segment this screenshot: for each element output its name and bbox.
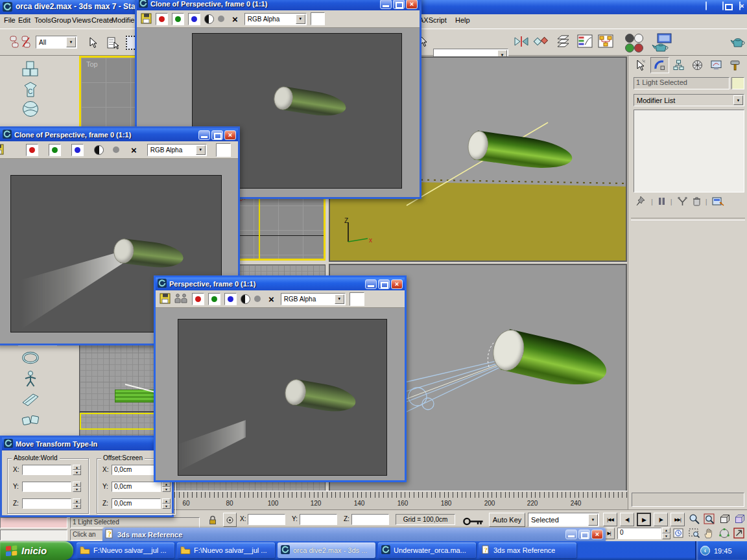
reactor-softbody-icon[interactable] bbox=[21, 100, 40, 118]
close-button[interactable]: × bbox=[739, 1, 741, 10]
menu-file[interactable]: File bbox=[4, 16, 16, 24]
go-to-start-button[interactable]: |◀◀ bbox=[603, 513, 617, 526]
green-channel-button[interactable] bbox=[172, 13, 184, 25]
chevron-down-icon[interactable]: ▼ bbox=[66, 37, 76, 47]
abs-y-spinner[interactable]: ▲▼ bbox=[73, 482, 81, 492]
coord-x-field[interactable] bbox=[248, 514, 285, 525]
taskbar-button-underwater[interactable]: Underwater_orca.ma... bbox=[378, 542, 476, 558]
reactor-rigidbody-icon[interactable] bbox=[21, 60, 40, 78]
clear-button[interactable]: × bbox=[232, 14, 238, 25]
minimize-button[interactable] bbox=[565, 530, 577, 539]
render-window-perspective[interactable]: Perspective, frame 0 (1:1) × × RGB Alpha… bbox=[154, 275, 407, 482]
green-channel-button[interactable] bbox=[208, 293, 220, 305]
maxscript-listener-white[interactable] bbox=[0, 530, 67, 541]
chevron-down-icon[interactable]: ▼ bbox=[733, 95, 743, 105]
abs-x-field[interactable] bbox=[22, 465, 71, 475]
zoom-extents-all-icon[interactable] bbox=[733, 513, 745, 525]
clone-color-swatch[interactable] bbox=[216, 143, 231, 157]
modifier-list-dropdown[interactable]: Modifier List ▼ bbox=[634, 94, 744, 106]
tab-display[interactable] bbox=[707, 57, 726, 73]
alpha-channel-button[interactable] bbox=[113, 146, 119, 153]
render-setup-button[interactable] bbox=[651, 33, 672, 52]
save-icon[interactable] bbox=[141, 13, 152, 25]
menu-tools[interactable]: Tools bbox=[34, 16, 51, 24]
maximize-button[interactable] bbox=[211, 130, 223, 140]
coord-z-field[interactable] bbox=[351, 514, 389, 525]
abs-z-spinner[interactable]: ▲▼ bbox=[73, 498, 81, 509]
show-end-result-icon[interactable] bbox=[658, 196, 666, 207]
select-link-icon[interactable] bbox=[9, 35, 19, 49]
reactor-plank-icon[interactable] bbox=[21, 390, 40, 408]
off-z-spinner[interactable]: ▲▼ bbox=[162, 498, 171, 509]
zoom-icon[interactable] bbox=[689, 513, 700, 525]
window-titlebar[interactable]: Clone of Perspective, frame 0 (1:1) × bbox=[0, 128, 238, 141]
frame-spinner[interactable]: ▲▼ bbox=[662, 528, 670, 539]
curve-editor-button[interactable] bbox=[577, 34, 593, 48]
green-channel-button[interactable] bbox=[49, 144, 61, 156]
chevron-down-icon[interactable]: ▼ bbox=[296, 14, 305, 24]
menu-maxscript[interactable]: AXScript bbox=[419, 16, 447, 24]
light-color-swatch[interactable] bbox=[731, 77, 744, 89]
tab-create[interactable] bbox=[632, 57, 650, 73]
dialog-titlebar[interactable]: Move Transform Type-In bbox=[2, 438, 172, 450]
red-channel-button[interactable] bbox=[192, 293, 204, 305]
tab-utilities[interactable] bbox=[726, 57, 744, 73]
previous-frame-button[interactable]: ◀|| bbox=[620, 513, 634, 526]
minimize-button[interactable] bbox=[380, 0, 392, 9]
region-zoom-icon[interactable] bbox=[689, 528, 700, 539]
close-button[interactable]: × bbox=[406, 0, 418, 9]
channel-dropdown[interactable]: RGB Alpha ▼ bbox=[147, 144, 207, 156]
monochrome-button[interactable] bbox=[241, 294, 250, 304]
off-y-spinner[interactable]: ▲▼ bbox=[162, 482, 171, 492]
start-button[interactable]: Inicio bbox=[0, 541, 73, 560]
menu-help[interactable]: Help bbox=[455, 16, 470, 24]
taskbar-button-folder-1[interactable]: F:\Nuevo salvar__jul ... bbox=[77, 542, 174, 558]
render-canvas[interactable] bbox=[178, 319, 387, 476]
restore-button[interactable] bbox=[578, 530, 590, 539]
selection-lock-button[interactable] bbox=[206, 513, 219, 527]
unlink-icon[interactable] bbox=[21, 35, 31, 49]
taskbar-button-reference[interactable]: ? 3ds max Reference bbox=[479, 542, 576, 558]
quick-render-button[interactable] bbox=[730, 34, 747, 50]
align-button[interactable] bbox=[533, 36, 550, 47]
channel-dropdown[interactable]: RGB Alpha ▼ bbox=[244, 13, 307, 25]
save-icon[interactable] bbox=[0, 144, 4, 156]
key-filter-dropdown[interactable]: Selected ▼ bbox=[528, 513, 599, 527]
reactor-cloth-icon[interactable]: C bbox=[21, 80, 40, 99]
pin-stack-icon[interactable] bbox=[635, 196, 646, 207]
off-y-field[interactable]: 0,0cm bbox=[112, 482, 161, 492]
play-button[interactable]: ▶ bbox=[637, 513, 651, 526]
monochrome-button[interactable] bbox=[204, 14, 214, 24]
chevron-down-icon[interactable]: ▼ bbox=[335, 294, 344, 304]
layers-button[interactable] bbox=[555, 35, 572, 48]
red-channel-button[interactable] bbox=[26, 144, 38, 156]
pan-hand-icon[interactable] bbox=[704, 528, 715, 539]
maximize-button[interactable] bbox=[393, 0, 405, 9]
zoom-extents-icon[interactable] bbox=[718, 513, 730, 525]
clock[interactable]: 19:45 bbox=[714, 547, 732, 555]
reactor-humanoid-icon[interactable] bbox=[21, 369, 40, 388]
go-to-end-button[interactable]: ▶▶| bbox=[670, 513, 685, 526]
material-editor-button[interactable] bbox=[622, 32, 645, 53]
abs-y-field[interactable] bbox=[22, 482, 71, 492]
alpha-channel-button[interactable] bbox=[218, 16, 224, 22]
clone-color-swatch[interactable] bbox=[350, 292, 364, 306]
tab-motion[interactable] bbox=[688, 57, 707, 73]
close-button[interactable]: × bbox=[224, 130, 236, 140]
arc-rotate-icon[interactable] bbox=[718, 528, 730, 539]
select-object-button[interactable] bbox=[85, 34, 101, 52]
selection-filter-dropdown[interactable]: All▼ bbox=[36, 36, 77, 49]
minimize-button[interactable] bbox=[706, 1, 707, 10]
monochrome-button[interactable] bbox=[94, 145, 104, 155]
off-z-field[interactable]: 0,0cm bbox=[112, 498, 161, 509]
current-frame-field[interactable]: 0 bbox=[617, 528, 661, 539]
tab-modify[interactable] bbox=[650, 57, 669, 73]
maxscript-listener-pink[interactable] bbox=[0, 517, 67, 528]
abs-z-field[interactable] bbox=[22, 498, 71, 509]
channel-dropdown[interactable]: RGB Alpha ▼ bbox=[281, 293, 346, 305]
move-transform-type-in-dialog[interactable]: Move Transform Type-In Absolute:World X:… bbox=[0, 436, 174, 517]
modifier-stack-listbox[interactable] bbox=[634, 110, 744, 192]
absolute-offset-toggle-button[interactable] bbox=[223, 513, 237, 527]
menu-create[interactable]: Create bbox=[91, 16, 113, 24]
min-max-toggle-icon[interactable] bbox=[733, 528, 744, 539]
